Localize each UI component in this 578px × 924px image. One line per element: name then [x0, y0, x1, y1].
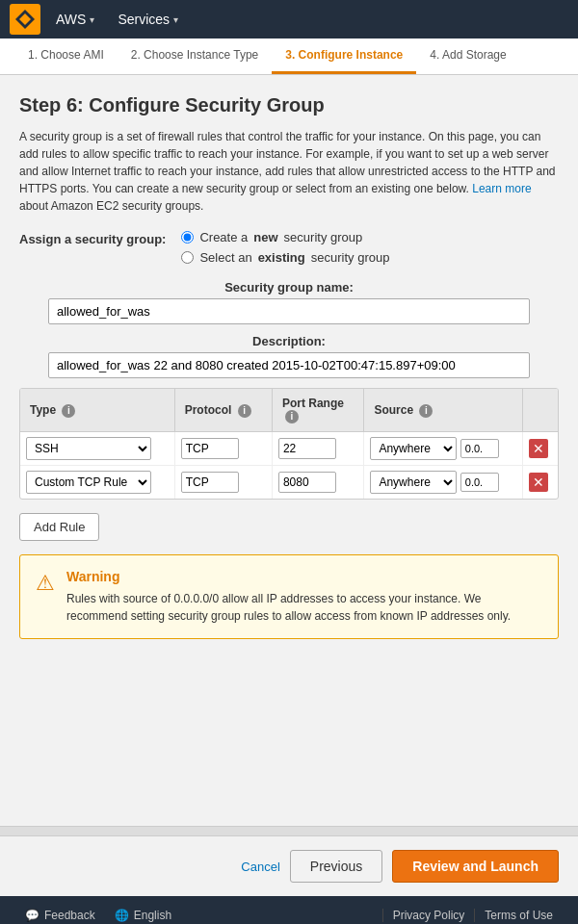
add-rule-button[interactable]: Add Rule — [19, 513, 99, 541]
learn-more-link[interactable]: Learn more — [472, 182, 531, 195]
tab-configure-instance[interactable]: 3. Configure Instance — [272, 38, 416, 74]
wizard-tabs: 1. Choose AMI 2. Choose Instance Type 3.… — [0, 38, 578, 75]
row2-port-input[interactable] — [278, 472, 336, 493]
terms-of-use-link[interactable]: Terms of Use — [474, 909, 563, 922]
row1-source-cell: Anywhere — [364, 432, 523, 466]
port-range-info-icon[interactable]: i — [285, 410, 299, 424]
sg-description-input[interactable] — [48, 352, 530, 378]
table-row: SSH Anywhere — [20, 432, 558, 466]
protocol-info-icon[interactable]: i — [238, 404, 251, 418]
col-header-protocol: Protocol i — [174, 389, 272, 432]
source-info-icon[interactable]: i — [419, 404, 433, 418]
row1-source-select[interactable]: Anywhere — [370, 437, 457, 460]
services-menu-button[interactable]: Services ▾ — [110, 8, 186, 31]
row2-cidr-input[interactable] — [460, 473, 499, 492]
row1-protocol-cell — [174, 432, 272, 466]
row2-port-cell — [272, 466, 364, 500]
sg-name-label: Security group name: — [224, 280, 354, 295]
tab-choose-instance-type[interactable]: 2. Choose Instance Type — [118, 38, 273, 74]
main-content: Step 6: Configure Security Group A secur… — [0, 75, 578, 826]
rules-table-container: Type i Protocol i Port Range i S — [19, 388, 559, 500]
col-header-port-range: Port Range i — [272, 389, 364, 432]
language-link[interactable]: 🌐 English — [105, 909, 181, 922]
sg-description-label: Description: — [252, 334, 326, 348]
row1-type-select[interactable]: SSH — [26, 437, 151, 460]
sg-description-field-row: Description: — [19, 334, 559, 378]
feedback-bubble-icon: 💬 — [25, 909, 39, 922]
bottom-action-bar: Cancel Previous Review and Launch — [0, 835, 578, 896]
scrollbar[interactable] — [0, 826, 578, 835]
review-and-launch-button[interactable]: Review and Launch — [392, 850, 559, 883]
radio-options: Create a new security group Select an ex… — [181, 230, 389, 265]
top-navigation: AWS ▾ Services ▾ — [0, 0, 578, 38]
globe-icon: 🌐 — [115, 909, 129, 922]
row2-type-cell: Custom TCP Rule — [20, 466, 174, 500]
table-row: Custom TCP Rule Anywhere — [20, 466, 558, 500]
assign-security-group-section: Assign a security group: Create a new se… — [19, 230, 559, 265]
row1-port-input[interactable] — [278, 438, 336, 459]
aws-logo — [10, 4, 40, 35]
row2-source-select[interactable]: Anywhere — [370, 471, 457, 494]
row1-delete-button[interactable]: ✕ — [529, 439, 548, 458]
warning-title: Warning — [66, 569, 542, 584]
col-header-source: Source i — [364, 389, 523, 432]
row2-protocol-input[interactable] — [181, 472, 239, 493]
row2-delete-button[interactable]: ✕ — [529, 473, 548, 492]
warning-content: Warning Rules with source of 0.0.0.0/0 a… — [66, 569, 542, 625]
privacy-policy-link[interactable]: Privacy Policy — [382, 909, 475, 922]
create-new-radio-label[interactable]: Create a new security group — [181, 230, 389, 244]
footer-bar: 💬 Feedback 🌐 English Privacy Policy Term… — [0, 896, 578, 924]
footer-right-links: Privacy Policy Terms of Use — [382, 909, 563, 922]
row1-delete-cell: ✕ — [522, 432, 558, 466]
tab-choose-ami[interactable]: 1. Choose AMI — [14, 38, 118, 74]
page-title: Step 6: Configure Security Group — [19, 94, 559, 116]
warning-box: ⚠ Warning Rules with source of 0.0.0.0/0… — [19, 554, 559, 639]
row1-port-cell — [272, 432, 364, 466]
aws-menu-button[interactable]: AWS ▾ — [48, 8, 102, 31]
row2-type-select[interactable]: Custom TCP Rule — [26, 471, 151, 494]
tab-add-storage[interactable]: 4. Add Storage — [416, 38, 519, 74]
warning-text: Rules with source of 0.0.0.0/0 allow all… — [66, 590, 542, 625]
col-header-delete — [522, 389, 558, 432]
sg-name-field-row: Security group name: — [19, 280, 559, 324]
row1-type-cell: SSH — [20, 432, 174, 466]
row2-protocol-cell — [174, 466, 272, 500]
row2-source-cell: Anywhere — [364, 466, 523, 500]
services-label: Services — [118, 12, 170, 27]
select-existing-radio[interactable] — [181, 251, 194, 264]
feedback-link[interactable]: 💬 Feedback — [15, 909, 105, 922]
page-description: A security group is a set of firewall ru… — [19, 128, 559, 215]
create-new-radio[interactable] — [181, 231, 194, 244]
row1-cidr-input[interactable] — [460, 439, 499, 458]
previous-button[interactable]: Previous — [290, 850, 382, 883]
row2-delete-cell: ✕ — [522, 466, 558, 500]
cancel-button[interactable]: Cancel — [241, 860, 279, 874]
select-existing-radio-label[interactable]: Select an existing security group — [181, 250, 389, 265]
sg-name-input[interactable] — [48, 298, 530, 324]
assign-label: Assign a security group: — [19, 230, 166, 246]
warning-icon: ⚠ — [36, 569, 55, 625]
col-header-type: Type i — [20, 389, 174, 432]
rules-table: Type i Protocol i Port Range i S — [20, 389, 558, 499]
aws-label: AWS — [56, 12, 86, 27]
services-arrow-icon: ▾ — [173, 14, 178, 25]
type-info-icon[interactable]: i — [62, 404, 75, 418]
aws-arrow-icon: ▾ — [90, 14, 94, 25]
row1-protocol-input[interactable] — [181, 438, 239, 459]
